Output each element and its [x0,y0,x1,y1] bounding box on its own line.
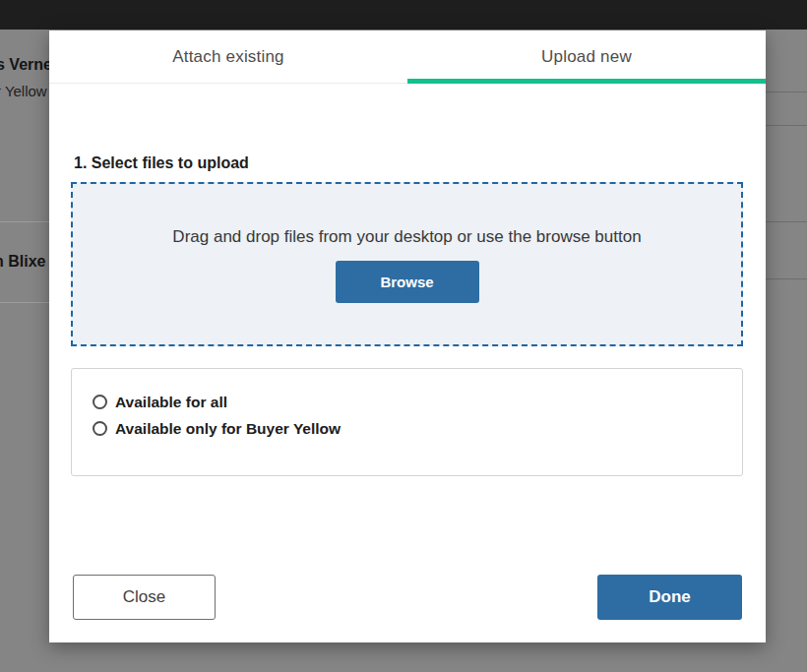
tab-attach-existing[interactable]: Attach existing [49,31,407,84]
app-top-bar [0,0,807,30]
tab-upload-new[interactable]: Upload new [407,31,766,84]
radio-available-for-all-label: Available for all [115,394,227,411]
background-row-text: s Verne [0,56,52,74]
background-row-divider [766,92,807,92]
select-files-heading: 1. Select files to upload [74,154,249,172]
background-row-text: r Yellow [0,83,47,99]
background-row-divider [0,302,49,303]
background-row-divider [766,221,807,222]
dropzone-instruction: Drag and drop files from your desktop or… [73,227,741,247]
background-row-text: n Blixe [0,253,45,271]
radio-available-only-buyer-yellow[interactable]: Available only for Buyer Yellow [93,415,742,442]
radio-available-for-all[interactable]: Available for all [93,389,742,415]
background-row-divider [766,278,807,279]
dialog-tab-bar: Attach existing Upload new [49,31,766,84]
background-row-divider [766,125,807,126]
close-button[interactable]: Close [73,575,216,620]
radio-button-icon[interactable] [93,421,107,436]
upload-dialog: Attach existing Upload new 1. Select fil… [49,31,766,642]
radio-available-only-buyer-yellow-label: Available only for Buyer Yellow [115,420,341,438]
radio-button-icon[interactable] [93,395,107,409]
tab-upload-new-label: Upload new [541,47,632,67]
tab-attach-existing-label: Attach existing [172,47,284,67]
availability-options-box: Available for all Available only for Buy… [71,368,743,476]
background-row-divider [0,221,49,222]
file-dropzone[interactable]: Drag and drop files from your desktop or… [71,182,743,346]
done-button[interactable]: Done [597,575,742,620]
browse-button[interactable]: Browse [336,261,479,303]
